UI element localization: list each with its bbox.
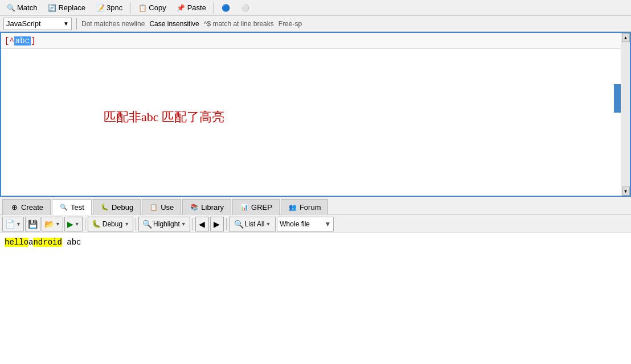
text-char-6: n — [33, 238, 38, 247]
regex-pattern[interactable]: [^abc] — [5, 36, 35, 46]
free-spacing-label[interactable]: Free-sp — [278, 20, 302, 28]
tab-test[interactable]: 🔍 Test — [52, 199, 92, 215]
scroll-track — [622, 42, 630, 187]
match-icon: 🔍 — [6, 3, 15, 13]
list-all-label: List All — [245, 220, 265, 228]
scroll-up-btn[interactable]: ▲ — [622, 33, 630, 42]
toolbar2-sep2 — [136, 218, 136, 230]
3pnc-button[interactable]: 📝 3pnc — [92, 2, 126, 14]
case-insensitive-label[interactable]: Case insensitive — [149, 20, 199, 28]
regex-content: 匹配非abc 匹配了高亮 — [1, 49, 630, 185]
tab-use-label: Use — [161, 203, 174, 212]
back-icon: ◀ — [199, 220, 205, 229]
tab-grep-label: GREP — [251, 203, 272, 212]
tab-create-label: Create — [21, 203, 43, 212]
tab-use[interactable]: 📋 Use — [142, 199, 181, 215]
open-dropdown-btn[interactable]: 📂 ▼ — [42, 217, 63, 231]
open-icon: 📂 — [44, 220, 54, 229]
list-all-icon: 🔍 — [234, 220, 244, 229]
replace-button[interactable]: 🔄 Replace — [43, 2, 89, 14]
match-button[interactable]: 🔍 Match — [2, 2, 41, 14]
top-toolbar: 🔍 Match 🔄 Replace 📝 3pnc 📋 Copy 📌 Paste … — [0, 0, 631, 16]
highlight-dropdown-btn[interactable]: 🔍 Highlight ▼ — [138, 217, 190, 231]
main-container: 🔍 Match 🔄 Replace 📝 3pnc 📋 Copy 📌 Paste … — [0, 0, 631, 364]
text-char-8: r — [43, 238, 47, 247]
dot-matches-label[interactable]: Dot matches newline — [81, 20, 145, 28]
save-btn[interactable]: 💾 — [25, 217, 40, 231]
toolbar2-sep1 — [85, 218, 85, 230]
toolbar2-sep3 — [192, 218, 193, 230]
zoom-back-btn[interactable]: ◀ — [195, 217, 209, 231]
use-icon: 📋 — [149, 203, 158, 212]
scroll-down-btn[interactable]: ▼ — [622, 187, 630, 196]
btn3-icon: 🔵 — [222, 3, 231, 13]
paste-icon: 📌 — [177, 3, 186, 13]
text-char-4: o — [24, 238, 28, 247]
tab-forum[interactable]: 👥 Forum — [281, 199, 329, 215]
whole-file-label: Whole file — [280, 220, 310, 228]
language-dropdown-arrow: ▼ — [63, 20, 69, 27]
options-bar: JavaScript ▼ Dot matches newline Case in… — [0, 16, 631, 32]
library-icon: 📚 — [190, 203, 199, 212]
tab-grep[interactable]: 📊 GREP — [232, 199, 280, 215]
match-line-breaks-label[interactable]: ^$ match at line breaks — [204, 20, 274, 28]
zoom-forward-btn[interactable]: ▶ — [210, 217, 224, 231]
debug-dropdown-btn[interactable]: 🐛 Debug ▼ — [88, 217, 133, 231]
debug-btn-icon: 🐛 — [92, 220, 101, 228]
separator-1 — [130, 2, 130, 14]
text-char-13: a — [67, 238, 71, 247]
regex-input-bar: [^abc] — [1, 33, 630, 49]
save-icon: 💾 — [28, 220, 38, 229]
new-dropdown-btn[interactable]: 📄 ▼ — [2, 217, 24, 231]
second-toolbar: 📄 ▼ 💾 📂 ▼ ▶ ▼ — [0, 215, 631, 233]
forum-icon: 👥 — [288, 203, 297, 212]
side-tab[interactable] — [614, 84, 621, 113]
text-char-11: d — [57, 238, 62, 247]
language-select[interactable]: JavaScript ▼ — [3, 18, 72, 30]
whole-file-dropdown[interactable]: Whole file ▼ — [277, 217, 334, 231]
abc-highlight: abc — [14, 36, 31, 46]
text-char-2: l — [14, 238, 19, 247]
run-dropdown-btn[interactable]: ▶ ▼ — [64, 217, 83, 231]
tab-forum-label: Forum — [300, 203, 321, 212]
language-label: JavaScript — [6, 19, 41, 28]
new-icon: 📄 — [5, 220, 15, 229]
text-char-1: e — [9, 238, 14, 247]
regex-message: 匹配非abc 匹配了高亮 — [104, 109, 224, 126]
tab-library[interactable]: 📚 Library — [182, 199, 231, 215]
copy-icon: 📋 — [138, 3, 147, 13]
whole-file-arrow: ▼ — [324, 220, 331, 228]
list-all-btn[interactable]: 🔍 List All ▼ — [229, 217, 276, 231]
text-line-1: helloandroid abc — [5, 237, 626, 248]
forward-icon: ▶ — [214, 220, 220, 229]
text-content-area: helloandroid abc — [0, 233, 631, 364]
regex-editor: [^abc] 匹配非abc 匹配了高亮 ▲ ▼ — [0, 32, 631, 197]
tab-debug[interactable]: 🐛 Debug — [93, 199, 141, 215]
tab-debug-label: Debug — [112, 203, 133, 212]
debug-icon: 🐛 — [100, 203, 109, 212]
btn-3[interactable]: 🔵 — [218, 2, 235, 14]
tab-bar: ⊕ Create 🔍 Test 🐛 Debug 📋 Use 📚 Library … — [0, 197, 631, 215]
highlight-icon: 🔍 — [142, 220, 152, 229]
copy-button[interactable]: 📋 Copy — [134, 2, 170, 14]
text-char-9: o — [48, 238, 52, 247]
text-char-3: l — [19, 238, 23, 247]
options-sep-1 — [76, 18, 77, 30]
text-char-15: c — [76, 238, 81, 247]
text-char-7: d — [38, 238, 43, 247]
caret-char: ^ — [9, 36, 14, 46]
btn4-icon: ⚪ — [241, 3, 250, 13]
highlight-label: Highlight — [153, 220, 180, 228]
paste-button[interactable]: 📌 Paste — [173, 2, 210, 14]
replace-icon: 🔄 — [47, 3, 56, 13]
bottom-section: ⊕ Create 🔍 Test 🐛 Debug 📋 Use 📚 Library … — [0, 197, 631, 364]
run-icon: ▶ — [67, 220, 73, 229]
tab-create[interactable]: ⊕ Create — [2, 199, 51, 215]
separator-2 — [214, 2, 214, 14]
btn-4[interactable]: ⚪ — [237, 2, 254, 14]
toolbar2-sep4 — [226, 218, 227, 230]
bracket-close: ] — [31, 36, 35, 46]
3pnc-icon: 📝 — [96, 3, 105, 13]
scrollbar-y: ▲ ▼ — [621, 33, 630, 196]
create-icon: ⊕ — [10, 203, 19, 212]
